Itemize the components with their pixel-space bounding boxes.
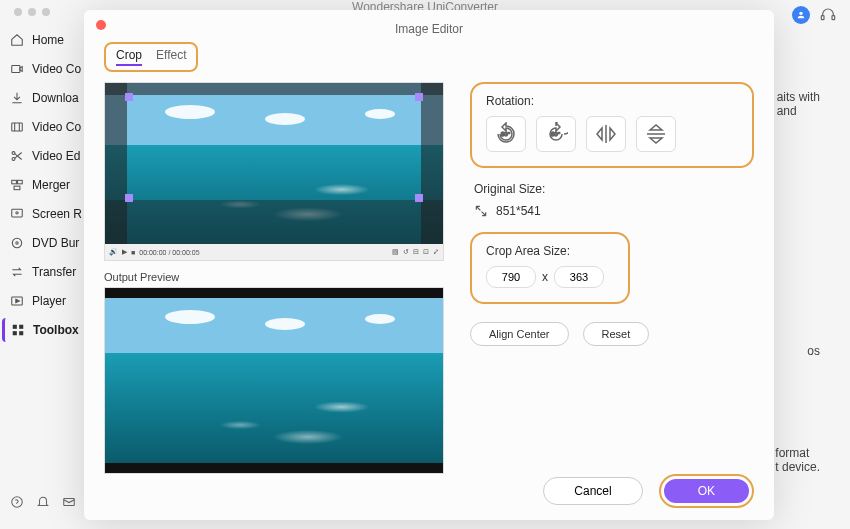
sidebar-item-video-editor[interactable]: Video Ed xyxy=(6,144,85,168)
sidebar-item-label: Toolbox xyxy=(33,323,79,337)
crop-handle-tl[interactable] xyxy=(125,93,133,101)
svg-rect-3 xyxy=(12,66,20,73)
expand-icon[interactable] xyxy=(474,204,488,218)
traffic-lights[interactable] xyxy=(14,8,50,16)
crop-preview[interactable]: 🔊 ▶ ■ 00:00:00 / 00:00:05 ▧ ↺ ⊟ ⊡ ⤢ xyxy=(104,82,444,261)
bg-text-3: formatt device. xyxy=(775,446,820,474)
rotation-label: Rotation: xyxy=(486,94,738,108)
flip-vertical-button[interactable] xyxy=(636,116,676,152)
sidebar-item-label: Player xyxy=(32,294,66,308)
sidebar-item-label: Transfer xyxy=(32,265,76,279)
svg-point-12 xyxy=(12,238,21,247)
ok-button[interactable]: OK xyxy=(664,479,749,503)
player-icon xyxy=(10,294,24,308)
sidebar-item-label: Video Co xyxy=(32,120,81,134)
crop-handle-br[interactable] xyxy=(415,194,423,202)
sidebar-item-video-converter[interactable]: Video Co xyxy=(6,57,85,81)
merger-icon xyxy=(10,178,24,192)
tab-effect[interactable]: Effect xyxy=(156,48,186,66)
crop-handle-bl[interactable] xyxy=(125,194,133,202)
sidebar-item-toolbox[interactable]: Toolbox xyxy=(2,318,85,342)
svg-rect-8 xyxy=(18,180,23,184)
stop-icon[interactable]: ■ xyxy=(131,249,135,256)
rotate-right-90-button[interactable]: 90° xyxy=(536,116,576,152)
tool-icon-1[interactable]: ▧ xyxy=(392,248,399,256)
scissors-icon xyxy=(10,149,24,163)
image-editor-modal: Image Editor Crop Effect 🔊 ▶ xyxy=(84,10,774,520)
time-display: 00:00:00 / 00:00:05 xyxy=(139,249,199,256)
flip-horizontal-button[interactable] xyxy=(586,116,626,152)
sidebar-item-downloader[interactable]: Downloa xyxy=(6,86,85,110)
tool-icon-3[interactable]: ⊟ xyxy=(413,248,419,256)
compress-icon xyxy=(10,120,24,134)
home-icon xyxy=(10,33,24,47)
video-icon xyxy=(10,62,24,76)
sidebar-item-screen-recorder[interactable]: Screen R xyxy=(6,202,85,226)
bell-icon[interactable] xyxy=(36,495,50,509)
svg-rect-16 xyxy=(19,325,23,329)
dvd-icon xyxy=(10,236,24,250)
svg-point-11 xyxy=(16,212,18,214)
rotate-left-90-button[interactable]: 90° xyxy=(486,116,526,152)
modal-title: Image Editor xyxy=(104,22,754,36)
svg-point-19 xyxy=(12,497,23,508)
svg-text:90°: 90° xyxy=(501,131,511,137)
sidebar: Home Video Co Downloa Video Co Video Ed … xyxy=(0,18,85,527)
transfer-icon xyxy=(10,265,24,279)
help-icon[interactable] xyxy=(10,495,24,509)
screen-icon xyxy=(10,207,24,221)
sidebar-item-label: Downloa xyxy=(32,91,79,105)
crop-height-input[interactable] xyxy=(554,266,604,288)
rotation-group: Rotation: 90° 90° xyxy=(470,82,754,168)
close-dot[interactable] xyxy=(14,8,22,16)
window-titlebar: Wondershare UniConverter xyxy=(0,0,850,10)
bg-text-2: os xyxy=(807,344,820,358)
mail-icon[interactable] xyxy=(62,495,76,509)
svg-point-0 xyxy=(799,12,802,15)
crop-area-group: Crop Area Size: x xyxy=(470,232,630,304)
tool-icon-4[interactable]: ⊡ xyxy=(423,248,429,256)
original-size-value: 851*541 xyxy=(496,204,541,218)
sidebar-item-label: Video Co xyxy=(32,62,81,76)
sidebar-item-label: Home xyxy=(32,33,64,47)
sidebar-item-merger[interactable]: Merger xyxy=(6,173,85,197)
crop-sep: x xyxy=(542,270,548,284)
original-size-section: Original Size: 851*541 xyxy=(474,182,754,218)
toolbox-icon xyxy=(11,323,25,337)
sidebar-bottom xyxy=(6,487,85,517)
sidebar-item-label: Merger xyxy=(32,178,70,192)
svg-rect-4 xyxy=(12,123,23,131)
volume-icon[interactable]: 🔊 xyxy=(109,248,118,256)
modal-close-button[interactable] xyxy=(96,20,106,30)
output-preview xyxy=(104,287,444,474)
tab-crop[interactable]: Crop xyxy=(116,48,142,66)
video-controls[interactable]: 🔊 ▶ ■ 00:00:00 / 00:00:05 ▧ ↺ ⊟ ⊡ ⤢ xyxy=(105,244,443,260)
tool-icon-2[interactable]: ↺ xyxy=(403,248,409,256)
tool-icon-5[interactable]: ⤢ xyxy=(433,248,439,256)
sidebar-item-transfer[interactable]: Transfer xyxy=(6,260,85,284)
output-preview-label: Output Preview xyxy=(104,271,444,283)
ok-button-highlight: OK xyxy=(659,474,754,508)
play-icon[interactable]: ▶ xyxy=(122,248,127,256)
cancel-button[interactable]: Cancel xyxy=(543,477,642,505)
original-size-label: Original Size: xyxy=(474,182,754,196)
sidebar-item-label: Screen R xyxy=(32,207,82,221)
svg-rect-18 xyxy=(19,331,23,335)
crop-area-label: Crop Area Size: xyxy=(486,244,614,258)
sidebar-item-video-compressor[interactable]: Video Co xyxy=(6,115,85,139)
download-icon xyxy=(10,91,24,105)
crop-handle-tr[interactable] xyxy=(415,93,423,101)
sidebar-item-player[interactable]: Player xyxy=(6,289,85,313)
svg-rect-7 xyxy=(12,180,17,184)
bg-text-1: aits withand xyxy=(777,90,820,118)
crop-width-input[interactable] xyxy=(486,266,536,288)
max-dot[interactable] xyxy=(42,8,50,16)
svg-rect-15 xyxy=(13,325,17,329)
reset-button[interactable]: Reset xyxy=(583,322,650,346)
sidebar-item-home[interactable]: Home xyxy=(6,28,85,52)
sidebar-item-dvd-burner[interactable]: DVD Bur xyxy=(6,231,85,255)
align-center-button[interactable]: Align Center xyxy=(470,322,569,346)
editor-tabs: Crop Effect xyxy=(104,42,198,72)
min-dot[interactable] xyxy=(28,8,36,16)
svg-point-13 xyxy=(16,242,18,244)
